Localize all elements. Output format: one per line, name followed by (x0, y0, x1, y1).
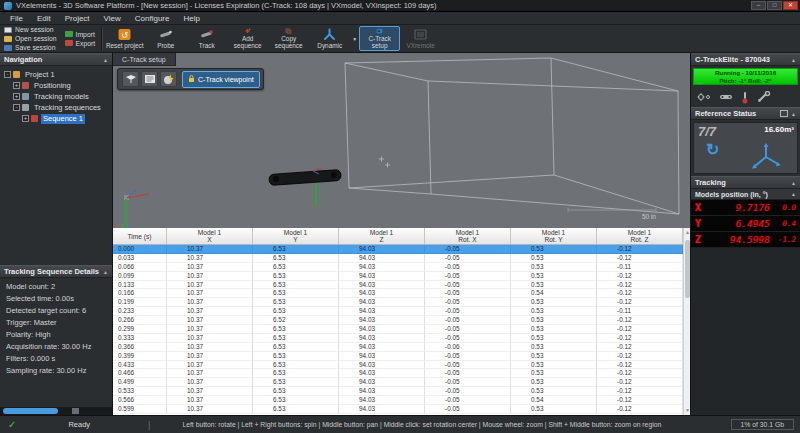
column-header[interactable]: Model 1Rot. Y (511, 228, 597, 244)
copy-sequence-button[interactable]: Copy sequence (268, 26, 309, 51)
menu-item-project[interactable]: Project (58, 12, 97, 25)
table-row[interactable]: 0.59910.376.5394.03-0.050.53-0.12 (113, 405, 683, 414)
probe-button[interactable]: Probe (145, 26, 186, 51)
column-header[interactable]: Model 1Y (253, 228, 339, 244)
table-row[interactable]: 0.43310.376.5394.03-0.050.53-0.12 (113, 361, 683, 370)
table-row[interactable]: 0.53310.376.5394.03-0.050.53-0.12 (113, 387, 683, 396)
table-row[interactable]: 0.23310.376.5394.03-0.050.53-0.11 (113, 307, 683, 316)
table-cell: 0.53 (511, 343, 597, 352)
collapse-icon[interactable]: ▲ (103, 57, 108, 63)
table-row[interactable]: 0.39910.376.5394.03-0.050.53-0.12 (113, 352, 683, 361)
table-row[interactable]: 0.46610.376.5394.03-0.050.53-0.12 (113, 369, 683, 378)
vxremote-button[interactable]: VXremote (400, 26, 441, 51)
table-row[interactable]: 0.26610.376.5294.03-0.050.53-0.12 (113, 316, 683, 325)
table-row[interactable]: 0.29910.376.5394.03-0.050.53-0.12 (113, 325, 683, 334)
save-session-button[interactable]: Save session (4, 43, 57, 52)
temperature-icon[interactable] (741, 91, 749, 104)
ctrack-device-header[interactable]: C-TrackElite - 870043 ▲ (691, 53, 800, 66)
collapse-icon[interactable]: ▲ (791, 191, 796, 197)
table-row[interactable]: 0.00010.376.5394.03-0.050.53-0.12 (113, 245, 683, 254)
add-sequence-button[interactable]: Add sequence (227, 26, 268, 51)
tree-item-tracking-models[interactable]: +Tracking models (0, 91, 112, 102)
table-cell: -0.12 (597, 369, 683, 378)
left-panel-hscrollbar[interactable] (0, 407, 112, 415)
table-cell: 0.266 (113, 316, 167, 325)
scale-bar: 50 in (568, 208, 656, 221)
table-row[interactable]: 0.09910.376.5394.03-0.050.53-0.12 (113, 272, 683, 281)
tree-item-sequence-1[interactable]: +Sequence 1 (0, 113, 112, 124)
view-list-button[interactable] (141, 71, 158, 87)
viewport-tab-ctrack-setup[interactable]: C-Track setup (113, 53, 176, 66)
table-row[interactable]: 0.06610.376.5394.03-0.050.53-0.11 (113, 263, 683, 272)
tree-expander[interactable]: + (13, 82, 20, 89)
column-header[interactable]: Model 1X (167, 228, 253, 244)
viewport-3d[interactable]: 50 in x y z C-Track setup C-Track viewpo… (113, 53, 690, 228)
open-session-icon (4, 36, 12, 42)
table-row[interactable]: 0.33310.376.5394.03-0.050.53-0.12 (113, 334, 683, 343)
table-row[interactable]: 0.49910.376.5394.03-0.050.53-0.12 (113, 378, 683, 387)
models-position-header[interactable]: Models position (in, °) ▲ (691, 189, 800, 200)
close-button[interactable]: ✕ (783, 1, 798, 10)
dynamic-dropdown-arrow[interactable]: ▼ (350, 36, 359, 42)
menu-item-help[interactable]: Help (176, 12, 206, 25)
table-row[interactable]: 0.19910.376.5394.03-0.050.53-0.12 (113, 298, 683, 307)
menu-item-configure[interactable]: Configure (128, 12, 177, 25)
table-cell: -0.05 (425, 316, 511, 325)
table-row[interactable]: 0.56610.376.5394.03-0.050.54-0.12 (113, 396, 683, 405)
tree-expander[interactable]: + (13, 93, 20, 100)
table-cell: -0.12 (597, 298, 683, 307)
ctrack-setup-button[interactable]: C-Track setup (359, 26, 400, 51)
column-header[interactable]: Time (s) (113, 228, 167, 244)
tree-expander[interactable]: - (4, 71, 11, 78)
open-session-button[interactable]: Open session (4, 34, 57, 43)
ctrack-status-line2: Pitch: -1° Roll: -2° (719, 77, 771, 85)
minimize-button[interactable]: – (751, 1, 766, 10)
table-row[interactable]: 0.36610.376.5394.03-0.060.53-0.12 (113, 343, 683, 352)
tree-item-tracking-sequences[interactable]: -Tracking sequences (0, 102, 112, 113)
track-button[interactable]: Track (186, 26, 227, 51)
table-cell: 10.37 (167, 352, 253, 361)
collapse-icon[interactable]: ▲ (103, 269, 108, 275)
import-button[interactable]: Import (65, 30, 96, 39)
ctrack-viewpoint-button[interactable]: C-Track viewpoint (182, 71, 260, 88)
collapse-icon[interactable]: ▲ (791, 180, 796, 186)
menu-item-file[interactable]: File (3, 12, 30, 25)
collapse-icon[interactable]: ▲ (791, 57, 796, 63)
camera-bar-icon[interactable] (719, 91, 733, 103)
column-header[interactable]: Model 1Rot. X (425, 228, 511, 244)
table-row[interactable]: 0.16610.376.5394.03-0.050.54-0.12 (113, 289, 683, 298)
targets-icon[interactable] (697, 91, 711, 103)
table-cell: 6.53 (253, 298, 339, 307)
hscroll-thumb[interactable] (3, 408, 58, 414)
column-header[interactable]: Model 1Rot. Z (597, 228, 683, 244)
maximize-button[interactable]: □ (767, 1, 782, 10)
menu-item-edit[interactable]: Edit (30, 12, 58, 25)
dynamic-button[interactable]: Dynamic (309, 26, 350, 51)
fit-view-button[interactable] (122, 71, 139, 87)
position-row-x: X9.71760.0 (691, 200, 800, 216)
axis-label: X (695, 202, 707, 213)
sequence-details-header[interactable]: Tracking Sequence Details ▲ (0, 265, 112, 278)
hscroll-button[interactable] (72, 408, 79, 414)
navigation-header[interactable]: Navigation ▲ (0, 53, 112, 66)
tree-item-project-1[interactable]: -Project 1 (0, 69, 112, 80)
reset-project-button[interactable]: ↺ Reset project (104, 26, 145, 51)
table-vscrollbar[interactable]: ▲ ▼ (683, 228, 690, 415)
tree-expander[interactable]: - (13, 104, 20, 111)
export-button[interactable]: Export (65, 39, 96, 48)
column-header[interactable]: Model 1Z (339, 228, 425, 244)
table-row[interactable]: 0.03310.376.5394.03-0.050.53-0.12 (113, 254, 683, 263)
menu-item-view[interactable]: View (97, 12, 128, 25)
header-line2: Rot. X (458, 236, 476, 243)
tracking-header[interactable]: Tracking ▲ (691, 176, 800, 189)
tree-expander[interactable]: + (22, 115, 29, 122)
reference-status-header[interactable]: Reference Status ▲ (691, 107, 800, 120)
tools-icon[interactable] (757, 91, 771, 103)
new-session-button[interactable]: New session (4, 25, 57, 34)
table-row[interactable]: 0.13310.376.5394.03-0.050.53-0.12 (113, 281, 683, 290)
tree-item-positioning[interactable]: +Positioning (0, 80, 112, 91)
collapse-icon[interactable]: ▲ (791, 111, 796, 117)
auto-view-button[interactable] (160, 71, 177, 87)
table-cell: 10.37 (167, 334, 253, 343)
grid-icon[interactable] (780, 110, 788, 117)
